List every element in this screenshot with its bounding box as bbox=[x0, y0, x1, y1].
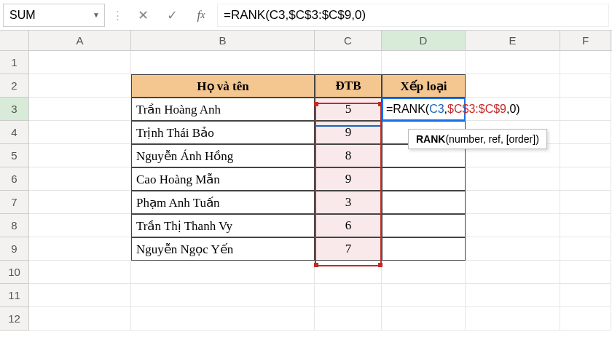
cell-dtb-0[interactable]: 5 bbox=[315, 98, 382, 121]
cell-A9[interactable] bbox=[29, 237, 131, 261]
cell-F2[interactable] bbox=[560, 74, 611, 98]
cell-D1[interactable] bbox=[382, 51, 466, 74]
cell-F3[interactable] bbox=[560, 98, 611, 121]
cell-name-4[interactable]: Phạm Anh Tuấn bbox=[131, 191, 315, 214]
cell-C12[interactable] bbox=[315, 307, 382, 331]
row-header-12[interactable]: 12 bbox=[0, 307, 29, 331]
cell-C11[interactable] bbox=[315, 284, 382, 307]
row-header-11[interactable]: 11 bbox=[0, 284, 29, 307]
tooltip-sig: (number, ref, [order]) bbox=[445, 133, 538, 145]
cell-A4[interactable] bbox=[29, 121, 131, 144]
formula-input[interactable]: =RANK(C3,$C$3:$C$9,0) bbox=[217, 4, 609, 27]
cell-name-3[interactable]: Cao Hoàng Mẫn bbox=[131, 167, 315, 191]
cell-C10[interactable] bbox=[315, 261, 382, 284]
cell-D12[interactable] bbox=[382, 307, 466, 331]
row-header-10[interactable]: 10 bbox=[0, 261, 29, 284]
cell-A1[interactable] bbox=[29, 51, 131, 74]
cell-F5[interactable] bbox=[560, 144, 611, 167]
chevron-down-icon[interactable]: ▼ bbox=[93, 11, 100, 19]
cell-A11[interactable] bbox=[29, 284, 131, 307]
name-box[interactable]: SUM ▼ bbox=[3, 4, 105, 27]
cell-F7[interactable] bbox=[560, 191, 611, 214]
cell-name-5[interactable]: Trần Thị Thanh Vy bbox=[131, 214, 315, 237]
cell-D11[interactable] bbox=[382, 284, 466, 307]
editing-formula: =RANK(C3,$C$3:$C$9,0) bbox=[386, 103, 520, 116]
cancel-icon[interactable]: ✕ bbox=[130, 4, 156, 27]
cell-name-0[interactable]: Trần Hoàng Anh bbox=[131, 98, 315, 121]
col-header-C[interactable]: C bbox=[315, 31, 382, 50]
cell-E9[interactable] bbox=[466, 237, 560, 261]
cell-D8[interactable] bbox=[382, 214, 466, 237]
cell-name-1[interactable]: Trịnh Thái Bảo bbox=[131, 121, 315, 144]
cell-E2[interactable] bbox=[466, 74, 560, 98]
cell-A10[interactable] bbox=[29, 261, 131, 284]
cell-dtb-1[interactable]: 9 bbox=[315, 121, 382, 144]
row-header-4[interactable]: 4 bbox=[0, 121, 29, 144]
formula-input-text: =RANK(C3,$C$3:$C$9,0) bbox=[224, 8, 366, 23]
col-header-F[interactable]: F bbox=[560, 31, 611, 50]
cell-F12[interactable] bbox=[560, 307, 611, 331]
cell-A12[interactable] bbox=[29, 307, 131, 331]
cell-D6[interactable] bbox=[382, 167, 466, 191]
col-header-D[interactable]: D bbox=[382, 31, 466, 50]
cell-F11[interactable] bbox=[560, 284, 611, 307]
row-header-1[interactable]: 1 bbox=[0, 51, 29, 74]
cell-E11[interactable] bbox=[466, 284, 560, 307]
cell-B1[interactable] bbox=[131, 51, 315, 74]
cell-A3[interactable] bbox=[29, 98, 131, 121]
cell-dtb-3[interactable]: 9 bbox=[315, 167, 382, 191]
cell-name-2[interactable]: Nguyễn Ánh Hồng bbox=[131, 144, 315, 167]
cell-C1[interactable] bbox=[315, 51, 382, 74]
row-header-9[interactable]: 9 bbox=[0, 237, 29, 261]
cell-B10[interactable] bbox=[131, 261, 315, 284]
cell-A7[interactable] bbox=[29, 191, 131, 214]
cell-E7[interactable] bbox=[466, 191, 560, 214]
cell-dtb-4[interactable]: 3 bbox=[315, 191, 382, 214]
cell-A2[interactable] bbox=[29, 74, 131, 98]
row-header-7[interactable]: 7 bbox=[0, 191, 29, 214]
accept-icon[interactable]: ✓ bbox=[159, 4, 185, 27]
cell-D3-editing[interactable]: =RANK(C3,$C$3:$C$9,0) bbox=[382, 98, 466, 121]
cell-F8[interactable] bbox=[560, 214, 611, 237]
cell-B12[interactable] bbox=[131, 307, 315, 331]
cell-A8[interactable] bbox=[29, 214, 131, 237]
cell-D9[interactable] bbox=[382, 237, 466, 261]
row-header-3[interactable]: 3 bbox=[0, 98, 29, 121]
cell-A5[interactable] bbox=[29, 144, 131, 167]
cell-dtb-2[interactable]: 8 bbox=[315, 144, 382, 167]
cell-F4[interactable] bbox=[560, 121, 611, 144]
header-name[interactable]: Họ và tên bbox=[131, 74, 315, 98]
cell-F10[interactable] bbox=[560, 261, 611, 284]
cell-name-6[interactable]: Nguyễn Ngọc Yến bbox=[131, 237, 315, 261]
row-header-6[interactable]: 6 bbox=[0, 167, 29, 191]
separator-icon: ⋮ bbox=[108, 9, 127, 22]
formula-bar: SUM ▼ ⋮ ✕ ✓ fx =RANK(C3,$C$3:$C$9,0) bbox=[0, 0, 612, 31]
cell-D10[interactable] bbox=[382, 261, 466, 284]
col-header-E[interactable]: E bbox=[466, 31, 560, 50]
fx-icon[interactable]: fx bbox=[188, 4, 214, 27]
row-header-2[interactable]: 2 bbox=[0, 74, 29, 98]
cell-E8[interactable] bbox=[466, 214, 560, 237]
cell-B11[interactable] bbox=[131, 284, 315, 307]
cell-E1[interactable] bbox=[466, 51, 560, 74]
cell-F1[interactable] bbox=[560, 51, 611, 74]
cell-dtb-6[interactable]: 7 bbox=[315, 237, 382, 261]
cell-E12[interactable] bbox=[466, 307, 560, 331]
select-all-corner[interactable] bbox=[0, 31, 29, 50]
cell-F6[interactable] bbox=[560, 167, 611, 191]
row-header-5[interactable]: 5 bbox=[0, 144, 29, 167]
cell-E6[interactable] bbox=[466, 167, 560, 191]
header-dtb[interactable]: ĐTB bbox=[315, 74, 382, 98]
header-rank[interactable]: Xếp loại bbox=[382, 74, 466, 98]
tooltip-fn: RANK bbox=[416, 133, 445, 145]
col-header-A[interactable]: A bbox=[29, 31, 131, 50]
function-tooltip: RANK(number, ref, [order]) bbox=[408, 129, 547, 149]
cell-A6[interactable] bbox=[29, 167, 131, 191]
column-headers: A B C D E F bbox=[0, 31, 612, 51]
row-header-8[interactable]: 8 bbox=[0, 214, 29, 237]
cell-D7[interactable] bbox=[382, 191, 466, 214]
cell-E10[interactable] bbox=[466, 261, 560, 284]
col-header-B[interactable]: B bbox=[131, 31, 315, 50]
cell-F9[interactable] bbox=[560, 237, 611, 261]
cell-dtb-5[interactable]: 6 bbox=[315, 214, 382, 237]
